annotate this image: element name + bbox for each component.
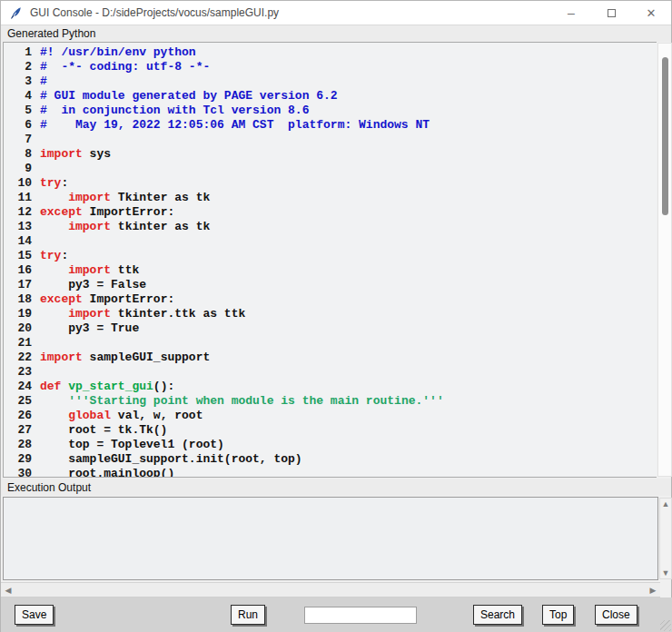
code-scrollbar-thumb[interactable] — [662, 57, 668, 215]
line-number: 23 — [4, 365, 40, 380]
bottom-bar: Save Run Search Top Close — [1, 597, 672, 632]
search-input[interactable] — [304, 607, 417, 624]
code-line: 3# — [4, 74, 657, 89]
code-line: 5# in conjunction with Tcl version 8.6 — [4, 104, 657, 118]
output-scrollbar[interactable]: ▲ ▼ — [659, 498, 672, 579]
search-button[interactable]: Search — [473, 605, 522, 625]
code-line: 16 import ttk — [4, 263, 657, 278]
line-number: 19 — [4, 307, 40, 321]
line-number: 18 — [4, 292, 40, 307]
line-number: 4 — [4, 89, 40, 104]
maximize-icon — [608, 9, 616, 17]
window-controls: – ✕ — [551, 1, 671, 25]
code-line: 13 import tkinter as tk — [4, 220, 657, 234]
line-number: 12 — [4, 205, 40, 220]
scroll-right-icon[interactable]: ▶ — [646, 583, 660, 597]
code-line: 22import sampleGUI_support — [4, 351, 657, 365]
code-line: 23 — [4, 365, 657, 380]
code-line: 18except ImportError: — [4, 292, 657, 307]
line-number: 8 — [4, 147, 40, 162]
line-number: 7 — [4, 133, 40, 147]
line-number: 30 — [4, 467, 40, 478]
line-number: 16 — [4, 263, 40, 278]
line-number: 20 — [4, 321, 40, 336]
line-number: 10 — [4, 176, 40, 191]
execution-output[interactable] — [3, 497, 658, 580]
maximize-button[interactable] — [591, 1, 631, 25]
code-line: 29 sampleGUI_support.init(root, top) — [4, 452, 657, 467]
line-number: 22 — [4, 351, 40, 365]
code-line: 17 py3 = False — [4, 278, 657, 292]
code-line: 4# GUI module generated by PAGE version … — [4, 89, 657, 104]
line-number: 14 — [4, 234, 40, 249]
code-line: 20 py3 = True — [4, 321, 657, 336]
code-line: 27 root = tk.Tk() — [4, 423, 657, 438]
code-line: 19 import tkinter.ttk as ttk — [4, 307, 657, 321]
line-number: 25 — [4, 394, 40, 409]
scroll-down-icon[interactable]: ▼ — [660, 568, 671, 578]
code-line: 25 '''Starting point when module is the … — [4, 394, 657, 409]
code-lines: 1#! /usr/bin/env python2# -*- coding: ut… — [4, 45, 657, 478]
line-number: 17 — [4, 278, 40, 292]
line-number: 28 — [4, 438, 40, 452]
code-line: 10try: — [4, 176, 657, 191]
code-line: 26 global val, w, root — [4, 409, 657, 423]
line-number: 29 — [4, 452, 40, 467]
line-number: 9 — [4, 162, 40, 176]
code-scrollbar-track[interactable] — [657, 43, 672, 477]
code-line: 9 — [4, 162, 657, 176]
code-line: 1#! /usr/bin/env python — [4, 45, 657, 60]
line-number: 1 — [4, 45, 40, 60]
scroll-up-icon[interactable]: ▲ — [660, 499, 671, 509]
code-line: 7 — [4, 133, 657, 147]
run-button[interactable]: Run — [231, 605, 265, 625]
line-number: 24 — [4, 380, 40, 394]
title-bar: GUI Console - D:/sideProjects/vocus/samp… — [1, 1, 671, 25]
line-number: 3 — [4, 74, 40, 89]
line-number: 2 — [4, 60, 40, 74]
code-line: 30 root.mainloop() — [4, 467, 657, 478]
code-line: 2# -*- coding: utf-8 -*- — [4, 60, 657, 74]
window-title: GUI Console - D:/sideProjects/vocus/samp… — [30, 6, 279, 19]
line-number: 27 — [4, 423, 40, 438]
code-line: 21 — [4, 336, 657, 351]
code-line: 6# May 19, 2022 12:05:06 AM CST platform… — [4, 118, 657, 133]
code-line: 28 top = Toplevel1 (root) — [4, 438, 657, 452]
line-number: 13 — [4, 220, 40, 234]
save-button[interactable]: Save — [15, 605, 54, 625]
top-button[interactable]: Top — [542, 605, 574, 625]
line-number: 21 — [4, 336, 40, 351]
execution-output-label: Execution Output — [1, 479, 671, 496]
code-line: 15try: — [4, 249, 657, 263]
line-number: 15 — [4, 249, 40, 263]
minimize-button[interactable]: – — [551, 1, 591, 25]
close-button[interactable]: Close — [595, 605, 637, 625]
line-number: 11 — [4, 191, 40, 205]
feather-icon — [9, 6, 23, 20]
horizontal-scrollbar[interactable]: ◀ ▶ — [1, 582, 660, 597]
code-line: 24def vp_start_gui(): — [4, 380, 657, 394]
close-window-button[interactable]: ✕ — [631, 1, 671, 25]
line-number: 6 — [4, 118, 40, 133]
code-line: 8import sys — [4, 147, 657, 162]
gui-console-window: GUI Console - D:/sideProjects/vocus/samp… — [0, 0, 672, 632]
line-number: 5 — [4, 104, 40, 118]
code-editor[interactable]: 1#! /usr/bin/env python2# -*- coding: ut… — [3, 42, 657, 478]
scroll-left-icon[interactable]: ◀ — [1, 583, 15, 597]
line-number: 26 — [4, 409, 40, 423]
resize-grip-icon[interactable] — [660, 620, 671, 631]
code-line: 11 import Tkinter as tk — [4, 191, 657, 205]
generated-python-label: Generated Python — [1, 25, 671, 42]
code-line: 12except ImportError: — [4, 205, 657, 220]
code-line: 14 — [4, 234, 657, 249]
